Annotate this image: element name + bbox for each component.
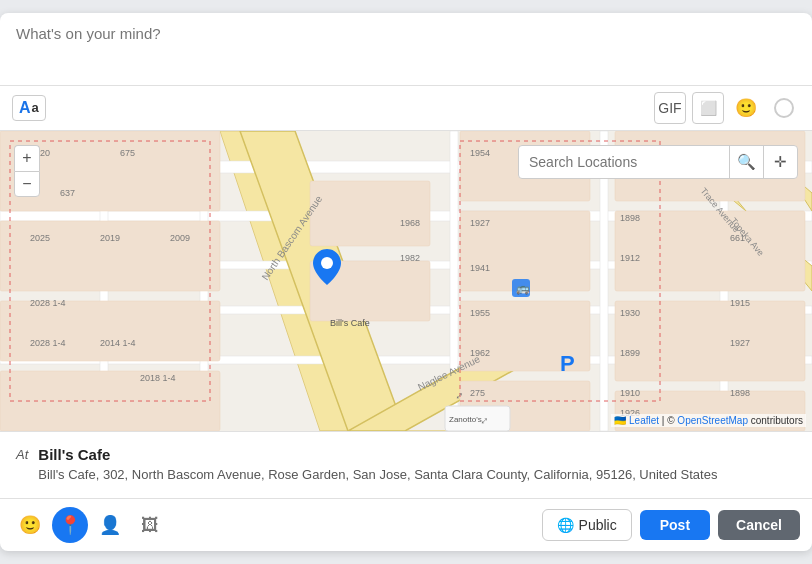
location-address: Bill's Cafe, 302, North Bascom Avenue, R… [38,466,717,484]
map-pin [313,249,341,289]
location-name: Bill's Cafe [38,446,717,463]
svg-text:637: 637 [60,188,75,198]
svg-text:1899: 1899 [620,348,640,358]
svg-rect-27 [615,301,805,381]
person-icon: 👤 [99,514,121,536]
toolbar-top-right: GIF ⬜ 🙂 [654,92,800,124]
text-area-section [0,13,812,86]
svg-text:1912: 1912 [620,253,640,263]
svg-text:1955: 1955 [470,308,490,318]
svg-text:2009: 2009 [170,233,190,243]
svg-text:1910: 1910 [620,388,640,398]
info-section: At Bill's Cafe Bill's Cafe, 302, North B… [0,431,812,499]
svg-text:2028 1-4: 2028 1-4 [30,298,66,308]
public-button[interactable]: 🌐 Public [542,509,632,541]
frame-icon: ⬜ [700,100,717,116]
locate-icon: ✛ [774,153,787,171]
svg-text:2014 1-4: 2014 1-4 [100,338,136,348]
map-background: North Bascom Avenue Naglee Avenue Topeka… [0,131,812,431]
leaflet-flag: 🇺🇦 [614,415,626,426]
leaflet-link[interactable]: Leaflet [629,415,659,426]
svg-text:1941: 1941 [470,263,490,273]
svg-text:2025: 2025 [30,233,50,243]
aa-icon-a: A [19,99,31,117]
svg-text:2019: 2019 [100,233,120,243]
image-button[interactable]: 🖼 [132,507,168,543]
zoom-out-button[interactable]: − [14,171,40,197]
aa-button[interactable]: Aa [12,95,46,121]
post-card: Aa GIF ⬜ 🙂 [0,13,812,551]
map-container[interactable]: North Bascom Avenue Naglee Avenue Topeka… [0,131,812,431]
svg-text:1962: 1962 [470,348,490,358]
svg-rect-19 [0,301,220,361]
bottom-toolbar: 🙂 📍 👤 🖼 🌐 Public Post Cancel [0,499,812,551]
svg-text:1927: 1927 [730,338,750,348]
svg-text:2028 1-4: 2028 1-4 [30,338,66,348]
svg-rect-26 [615,211,805,291]
emoji-button-bottom[interactable]: 🙂 [12,507,48,543]
svg-text:Zanotto's: Zanotto's [449,415,482,424]
osm-contributors: contributors [751,415,803,426]
post-textarea[interactable] [16,25,796,75]
svg-rect-18 [0,221,220,291]
svg-point-79 [321,257,333,269]
frame-button[interactable]: ⬜ [692,92,724,124]
map-search-button[interactable]: 🔍 [729,145,763,179]
globe-icon: 🌐 [557,517,574,533]
aa-icon-a2: a [32,100,39,115]
person-tag-button[interactable]: 👤 [92,507,128,543]
cancel-button[interactable]: Cancel [718,510,800,540]
svg-text:1927: 1927 [470,218,490,228]
svg-text:1968: 1968 [400,218,420,228]
svg-text:Bill's Cafe: Bill's Cafe [330,318,370,328]
zoom-controls: + − [14,145,40,197]
svg-text:275: 275 [470,388,485,398]
post-button[interactable]: Post [640,510,710,540]
map-search-bar: 🔍 ✛ [518,145,798,179]
map-attribution: 🇺🇦 Leaflet | © OpenStreetMap contributor… [611,414,806,427]
post-label: Post [660,517,690,533]
image-icon: 🖼 [141,515,159,536]
emoji-icon-bottom: 🙂 [19,514,41,536]
location-button[interactable]: 📍 [52,507,88,543]
svg-text:1982: 1982 [400,253,420,263]
svg-text:661: 661 [730,233,745,243]
svg-text:P: P [560,351,575,376]
gif-button[interactable]: GIF [654,92,686,124]
osm-link[interactable]: OpenStreetMap [677,415,748,426]
gif-label: GIF [658,100,681,116]
circle-button[interactable] [768,92,800,124]
bottom-left-actions: 🙂 📍 👤 🖼 [12,507,168,543]
svg-text:🚌: 🚌 [516,281,530,295]
toolbar-top-left: Aa [12,95,46,121]
circle-icon [774,98,794,118]
svg-rect-29 [310,181,430,246]
map-locate-button[interactable]: ✛ [763,145,797,179]
emoji-button-top[interactable]: 🙂 [730,92,762,124]
search-icon: 🔍 [737,153,756,171]
svg-text:2018 1-4: 2018 1-4 [140,373,176,383]
cancel-label: Cancel [736,517,782,533]
zoom-in-button[interactable]: + [14,145,40,171]
svg-text:675: 675 [120,148,135,158]
svg-text:1915: 1915 [730,298,750,308]
svg-text:1898: 1898 [620,213,640,223]
svg-text:1954: 1954 [470,148,490,158]
bottom-right-actions: 🌐 Public Post Cancel [542,509,800,541]
svg-text:1930: 1930 [620,308,640,318]
location-details: Bill's Cafe Bill's Cafe, 302, North Basc… [38,446,717,484]
public-label: Public [579,517,617,533]
emoji-icon-top: 🙂 [735,97,757,119]
top-toolbar: Aa GIF ⬜ 🙂 [0,86,812,131]
svg-text:1898: 1898 [730,388,750,398]
map-search-input[interactable] [519,154,729,170]
location-icon: 📍 [59,514,81,536]
at-label: At [16,447,28,462]
